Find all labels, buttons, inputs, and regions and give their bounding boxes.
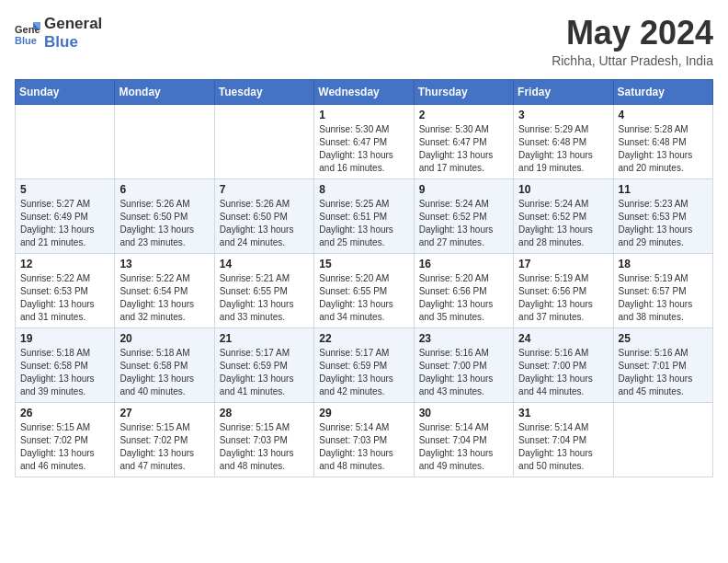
page-header: General Blue General Blue May 2024 Richh… [15, 15, 713, 68]
calendar-cell: 23Sunrise: 5:16 AM Sunset: 7:00 PM Dayli… [414, 327, 513, 402]
day-number: 14 [220, 258, 309, 270]
calendar-cell: 12Sunrise: 5:22 AM Sunset: 6:53 PM Dayli… [16, 253, 115, 327]
weekday-header-wednesday: Wednesday [314, 79, 414, 104]
day-number: 11 [619, 183, 708, 196]
weekday-header-sunday: Sunday [16, 79, 115, 104]
day-info: Sunrise: 5:26 AM Sunset: 6:50 PM Dayligh… [119, 198, 209, 249]
calendar-cell [115, 104, 214, 178]
day-number: 17 [518, 258, 608, 270]
day-number: 7 [220, 183, 309, 196]
calendar-week-row: 19Sunrise: 5:18 AM Sunset: 6:58 PM Dayli… [16, 327, 713, 402]
day-number: 30 [419, 407, 508, 419]
calendar-cell: 3Sunrise: 5:29 AM Sunset: 6:48 PM Daylig… [514, 104, 613, 178]
day-number: 24 [518, 332, 608, 345]
calendar-cell: 8Sunrise: 5:25 AM Sunset: 6:51 PM Daylig… [314, 178, 414, 253]
calendar-cell: 30Sunrise: 5:14 AM Sunset: 7:04 PM Dayli… [414, 402, 513, 477]
calendar-cell [613, 402, 712, 477]
logo-icon: General Blue [15, 20, 40, 46]
calendar-cell: 11Sunrise: 5:23 AM Sunset: 6:53 PM Dayli… [613, 178, 712, 253]
calendar-cell: 16Sunrise: 5:20 AM Sunset: 6:56 PM Dayli… [414, 253, 513, 327]
calendar-cell: 9Sunrise: 5:24 AM Sunset: 6:52 PM Daylig… [414, 178, 513, 253]
day-number: 4 [619, 109, 708, 121]
day-number: 26 [20, 407, 109, 419]
day-number: 31 [518, 407, 608, 419]
day-number: 21 [220, 332, 309, 345]
calendar-week-row: 26Sunrise: 5:15 AM Sunset: 7:02 PM Dayli… [16, 402, 713, 477]
weekday-header-monday: Monday [115, 79, 214, 104]
calendar-cell: 10Sunrise: 5:24 AM Sunset: 6:52 PM Dayli… [514, 178, 613, 253]
day-info: Sunrise: 5:18 AM Sunset: 6:58 PM Dayligh… [20, 347, 109, 398]
day-info: Sunrise: 5:22 AM Sunset: 6:54 PM Dayligh… [119, 272, 209, 324]
day-info: Sunrise: 5:15 AM Sunset: 7:02 PM Dayligh… [119, 421, 209, 473]
day-number: 28 [220, 407, 309, 419]
calendar-week-row: 12Sunrise: 5:22 AM Sunset: 6:53 PM Dayli… [16, 253, 713, 327]
calendar-cell: 21Sunrise: 5:17 AM Sunset: 6:59 PM Dayli… [214, 327, 313, 402]
day-info: Sunrise: 5:16 AM Sunset: 7:00 PM Dayligh… [419, 347, 508, 398]
day-info: Sunrise: 5:24 AM Sunset: 6:52 PM Dayligh… [518, 198, 608, 249]
day-number: 19 [20, 332, 109, 345]
day-number: 29 [319, 407, 408, 419]
day-info: Sunrise: 5:20 AM Sunset: 6:56 PM Dayligh… [419, 272, 508, 324]
day-info: Sunrise: 5:19 AM Sunset: 6:57 PM Dayligh… [619, 272, 708, 324]
calendar-cell: 20Sunrise: 5:18 AM Sunset: 6:58 PM Dayli… [115, 327, 214, 402]
day-number: 15 [319, 258, 408, 270]
calendar-cell: 7Sunrise: 5:26 AM Sunset: 6:50 PM Daylig… [214, 178, 313, 253]
day-info: Sunrise: 5:19 AM Sunset: 6:56 PM Dayligh… [518, 272, 608, 324]
day-number: 12 [20, 258, 109, 270]
day-info: Sunrise: 5:27 AM Sunset: 6:49 PM Dayligh… [20, 198, 109, 249]
day-info: Sunrise: 5:24 AM Sunset: 6:52 PM Dayligh… [419, 198, 508, 249]
day-number: 6 [119, 183, 209, 196]
day-number: 9 [419, 183, 508, 196]
weekday-header-row: SundayMondayTuesdayWednesdayThursdayFrid… [16, 79, 713, 104]
svg-text:Blue: Blue [15, 35, 37, 46]
calendar-cell: 27Sunrise: 5:15 AM Sunset: 7:02 PM Dayli… [115, 402, 214, 477]
day-number: 25 [619, 332, 708, 345]
day-number: 18 [619, 258, 708, 270]
day-number: 22 [319, 332, 408, 345]
calendar-cell: 19Sunrise: 5:18 AM Sunset: 6:58 PM Dayli… [16, 327, 115, 402]
day-info: Sunrise: 5:25 AM Sunset: 6:51 PM Dayligh… [319, 198, 408, 249]
day-info: Sunrise: 5:20 AM Sunset: 6:55 PM Dayligh… [319, 272, 408, 324]
day-info: Sunrise: 5:23 AM Sunset: 6:53 PM Dayligh… [619, 198, 708, 249]
logo: General Blue General Blue [15, 15, 102, 52]
location-subtitle: Richha, Uttar Pradesh, India [552, 53, 713, 68]
weekday-header-thursday: Thursday [414, 79, 513, 104]
calendar-table: SundayMondayTuesdayWednesdayThursdayFrid… [15, 79, 713, 477]
calendar-week-row: 5Sunrise: 5:27 AM Sunset: 6:49 PM Daylig… [16, 178, 713, 253]
calendar-cell: 31Sunrise: 5:14 AM Sunset: 7:04 PM Dayli… [514, 402, 613, 477]
weekday-header-tuesday: Tuesday [214, 79, 313, 104]
day-info: Sunrise: 5:14 AM Sunset: 7:03 PM Dayligh… [319, 421, 408, 473]
logo-general-text: General [44, 15, 102, 33]
day-info: Sunrise: 5:30 AM Sunset: 6:47 PM Dayligh… [319, 123, 408, 175]
calendar-cell: 15Sunrise: 5:20 AM Sunset: 6:55 PM Dayli… [314, 253, 414, 327]
day-number: 27 [119, 407, 209, 419]
day-number: 3 [518, 109, 608, 121]
weekday-header-friday: Friday [514, 79, 613, 104]
calendar-cell: 17Sunrise: 5:19 AM Sunset: 6:56 PM Dayli… [514, 253, 613, 327]
weekday-header-saturday: Saturday [613, 79, 712, 104]
day-info: Sunrise: 5:14 AM Sunset: 7:04 PM Dayligh… [419, 421, 508, 473]
day-number: 8 [319, 183, 408, 196]
day-number: 23 [419, 332, 508, 345]
day-info: Sunrise: 5:28 AM Sunset: 6:48 PM Dayligh… [619, 123, 708, 175]
day-number: 16 [419, 258, 508, 270]
calendar-cell [214, 104, 313, 178]
day-info: Sunrise: 5:15 AM Sunset: 7:03 PM Dayligh… [220, 421, 309, 473]
calendar-cell: 26Sunrise: 5:15 AM Sunset: 7:02 PM Dayli… [16, 402, 115, 477]
calendar-cell [16, 104, 115, 178]
day-info: Sunrise: 5:22 AM Sunset: 6:53 PM Dayligh… [20, 272, 109, 324]
day-number: 1 [319, 109, 408, 121]
day-info: Sunrise: 5:15 AM Sunset: 7:02 PM Dayligh… [20, 421, 109, 473]
calendar-cell: 2Sunrise: 5:30 AM Sunset: 6:47 PM Daylig… [414, 104, 513, 178]
day-info: Sunrise: 5:16 AM Sunset: 7:01 PM Dayligh… [619, 347, 708, 398]
day-info: Sunrise: 5:16 AM Sunset: 7:00 PM Dayligh… [518, 347, 608, 398]
calendar-cell: 5Sunrise: 5:27 AM Sunset: 6:49 PM Daylig… [16, 178, 115, 253]
calendar-cell: 28Sunrise: 5:15 AM Sunset: 7:03 PM Dayli… [214, 402, 313, 477]
calendar-cell: 4Sunrise: 5:28 AM Sunset: 6:48 PM Daylig… [613, 104, 712, 178]
day-number: 2 [419, 109, 508, 121]
calendar-cell: 13Sunrise: 5:22 AM Sunset: 6:54 PM Dayli… [115, 253, 214, 327]
day-info: Sunrise: 5:30 AM Sunset: 6:47 PM Dayligh… [419, 123, 508, 175]
day-info: Sunrise: 5:14 AM Sunset: 7:04 PM Dayligh… [518, 421, 608, 473]
logo-blue-text: Blue [44, 33, 102, 52]
calendar-cell: 14Sunrise: 5:21 AM Sunset: 6:55 PM Dayli… [214, 253, 313, 327]
